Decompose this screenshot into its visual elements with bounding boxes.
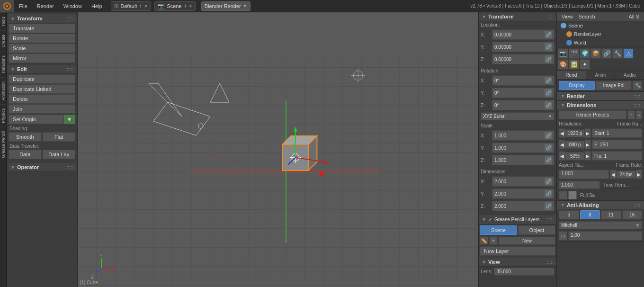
gp-paint-icon[interactable]: ✏️: [480, 236, 488, 245]
texture-properties-icon[interactable]: 🖼️: [569, 59, 579, 70]
sidebar-item-animation[interactable]: Animation: [0, 77, 6, 104]
render-section-header[interactable]: ▼ Render :::::: [557, 92, 644, 100]
scene-add[interactable]: +: [184, 3, 187, 9]
sidebar-item-tools[interactable]: Tools: [0, 12, 6, 30]
dimensions-section-header[interactable]: ▼ Dimensions :::::: [557, 101, 644, 109]
sidebar-item-relations[interactable]: Relations: [0, 51, 6, 77]
fra-field[interactable]: Fra: 1: [592, 151, 642, 161]
lens-input[interactable]: 35.000: [494, 268, 555, 276]
dim-x-input[interactable]: 2.000 🔗: [492, 176, 555, 187]
smooth-button[interactable]: Smooth: [9, 132, 42, 142]
gp-new-button[interactable]: New: [499, 237, 555, 245]
menu-window[interactable]: Window: [59, 0, 87, 12]
scale-x-input[interactable]: 1.000 🔗: [492, 130, 555, 141]
aa-5-button[interactable]: 5: [559, 210, 579, 219]
scale-y-icon[interactable]: 🔗: [545, 144, 552, 152]
gp-add-icon[interactable]: +: [489, 236, 498, 245]
translate-button[interactable]: Translate: [9, 24, 75, 33]
constraint-properties-icon[interactable]: 🔗: [601, 48, 612, 59]
set-origin-button[interactable]: Set Origin: [9, 115, 64, 124]
mirror-button[interactable]: Mirror: [9, 54, 75, 63]
display-icon-btn[interactable]: 🔧: [633, 81, 642, 90]
rot-x-icon[interactable]: 🔗: [545, 77, 552, 84]
aa-11-button[interactable]: 11: [601, 210, 621, 219]
preset-remove-button[interactable]: -: [636, 110, 642, 119]
scale-z-input[interactable]: 1.000 🔗: [492, 155, 555, 165]
join-button[interactable]: Join: [9, 104, 75, 114]
percent-val[interactable]: 50%: [565, 152, 584, 160]
scale-z-icon[interactable]: 🔗: [545, 156, 552, 164]
dim-z-input[interactable]: 2.000 🔗: [492, 201, 555, 211]
viewport-canvas[interactable]: [78, 12, 478, 287]
percent-dec[interactable]: ◀: [559, 151, 565, 161]
workspace-close[interactable]: ×: [144, 3, 147, 9]
rot-y-input[interactable]: 0° 🔗: [492, 88, 555, 98]
res-x-dec[interactable]: ◀: [559, 128, 565, 138]
gp-object-button[interactable]: Object: [518, 225, 555, 235]
preset-add-button[interactable]: +: [627, 110, 635, 119]
dim-y-input[interactable]: 2.000 🔗: [492, 188, 555, 199]
delete-button[interactable]: Delete: [9, 94, 75, 104]
end-field[interactable]: E: 250: [592, 140, 642, 149]
search-tab[interactable]: Search: [577, 14, 597, 19]
scene-selector[interactable]: 📷 Scene + ×: [154, 1, 195, 11]
tab-anim[interactable]: Anim: [586, 71, 616, 79]
gp-new-layer-button[interactable]: New Layer: [480, 246, 555, 256]
grease-pencil-header[interactable]: ▼ ✓ Grease Pencil Layers :::::: [479, 215, 556, 224]
flat-button[interactable]: Flat: [43, 132, 76, 142]
duplicate-linked-button[interactable]: Duplicate Linked: [9, 84, 75, 94]
world-item[interactable]: World: [557, 38, 644, 47]
rot-x-input[interactable]: 0° 🔗: [492, 75, 555, 86]
render-presets-button[interactable]: Render Presets: [559, 110, 626, 119]
full-sample-val-field[interactable]: 1.00: [568, 231, 642, 241]
res-y-stepper[interactable]: ◀ 080 p ▶: [559, 140, 591, 149]
mitchell-dropdown[interactable]: Mitchell ▼: [559, 221, 642, 229]
r-transform-header[interactable]: ▼ Transform :::::: [479, 12, 556, 21]
engine-selector[interactable]: Blender Render ▼: [201, 1, 250, 11]
scale-y-input[interactable]: 1.000 🔗: [492, 143, 555, 153]
display-button[interactable]: Display: [559, 81, 595, 90]
scene-close[interactable]: ×: [189, 3, 192, 9]
percent-stepper[interactable]: ◀ 50% ▶: [559, 151, 591, 161]
scene-tree-item[interactable]: Scene: [557, 21, 644, 30]
material-properties-icon[interactable]: 🎨: [558, 59, 568, 70]
gp-check-icon[interactable]: ✓: [488, 216, 492, 223]
image-edi-button[interactable]: Image Edi: [596, 81, 632, 90]
dim-x-icon[interactable]: 🔗: [545, 178, 552, 185]
world-properties-icon[interactable]: 🌍: [580, 48, 590, 59]
res-y-dec[interactable]: ◀: [559, 140, 565, 149]
res-y-val[interactable]: 080 p: [565, 141, 584, 149]
transform-section-header[interactable]: ▼ Transform :::::: [8, 14, 76, 23]
fps-inc[interactable]: ▶: [635, 170, 642, 179]
data-lay-button[interactable]: Data Lay: [43, 150, 76, 159]
aa-8-button[interactable]: 8: [580, 210, 600, 219]
aspect-y-field[interactable]: 1.000: [559, 181, 600, 189]
modifier-properties-icon[interactable]: 🔧: [612, 48, 623, 59]
start-field[interactable]: Start: 1: [592, 128, 642, 138]
menu-help[interactable]: Help: [87, 0, 107, 12]
aspect-x-field[interactable]: 1.000: [559, 170, 609, 179]
res-x-val[interactable]: 1920 p: [565, 129, 584, 137]
rot-y-icon[interactable]: 🔗: [545, 89, 552, 97]
view-section-header[interactable]: ▼ View :::::: [479, 258, 556, 267]
res-y-inc[interactable]: ▶: [584, 140, 591, 149]
loc-z-input[interactable]: 0.00000 🔗: [492, 54, 555, 64]
particle-properties-icon[interactable]: ✦: [580, 59, 590, 70]
mesh-properties-icon[interactable]: △: [623, 48, 634, 59]
workspace-selector[interactable]: ⊞ Default + ×: [111, 1, 151, 11]
render-layer-item[interactable]: RenderLayer: [557, 30, 644, 38]
fps-val[interactable]: 24 fps: [617, 170, 635, 179]
loc-y-copy-icon[interactable]: 🔗: [545, 43, 552, 51]
color-swatch-2[interactable]: [568, 191, 577, 199]
tab-audio[interactable]: Audio: [615, 71, 644, 79]
scale-x-icon[interactable]: 🔗: [545, 132, 552, 139]
sidebar-item-physics[interactable]: Physics: [0, 104, 6, 127]
workspace-add[interactable]: +: [139, 3, 142, 9]
gp-scene-button[interactable]: Scene: [480, 225, 517, 235]
viewport[interactable]: User Persp (1) Cube: [78, 12, 478, 287]
percent-inc[interactable]: ▶: [584, 151, 591, 161]
operator-section-header[interactable]: ▼ Operator :::::: [8, 163, 76, 172]
sidebar-item-grease-pencil[interactable]: Grease Pencil: [0, 127, 6, 162]
data-button[interactable]: Data: [9, 150, 42, 159]
rotate-button[interactable]: Rotate: [9, 34, 75, 43]
